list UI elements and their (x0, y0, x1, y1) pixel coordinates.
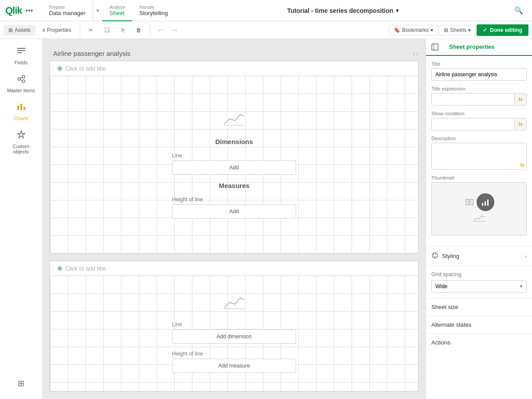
sheet-next-btn[interactable]: › (416, 50, 419, 57)
show-condition-input[interactable] (432, 118, 514, 130)
dimensions-label-2: Line (172, 321, 296, 328)
add-dimension-btn-1[interactable]: Add (172, 160, 296, 175)
assets-icon: ⊞ (8, 27, 13, 33)
delete-button[interactable]: 🗑 (131, 25, 146, 35)
sidebar-item-master-items[interactable]: Master items (2, 70, 41, 97)
qlik-menu-dots[interactable]: ••• (26, 7, 33, 15)
title-expression-label: Title expression (431, 86, 527, 91)
svg-rect-9 (20, 104, 22, 110)
svg-rect-18 (487, 200, 489, 206)
thumbnail-box[interactable] (431, 182, 527, 235)
canvas-area: Airline passenger analysis ‹ › ⊕ Click t… (43, 39, 426, 399)
redo-button[interactable]: ↪ (168, 24, 181, 36)
title-input[interactable] (431, 68, 527, 81)
done-check-icon: ✓ (483, 27, 487, 33)
show-condition-fx-btn[interactable]: fx (514, 119, 526, 129)
assets-button[interactable]: ⊞ Assets (4, 25, 35, 35)
sidebar-bottom: ⊞ (2, 375, 41, 395)
cut-icon: ✂ (89, 27, 93, 33)
panel-icon-tab[interactable] (426, 39, 444, 55)
copy-icon: ⿴ (105, 27, 110, 33)
description-textarea-group: fx (431, 143, 527, 170)
sheets-button[interactable]: ⊞ Sheets ▾ (439, 25, 476, 35)
svg-point-23 (434, 256, 435, 257)
search-button[interactable]: 🔍 (511, 6, 527, 15)
grid-spacing-select[interactable]: Wide Medium Narrow (431, 280, 527, 293)
panel-2-header[interactable]: ⊕ Click to add title (50, 261, 418, 276)
styling-header[interactable]: Styling › (431, 252, 527, 260)
alternate-states-section: Alternate states (426, 316, 532, 333)
tab-narrate[interactable]: Narrate Storytelling (132, 0, 175, 21)
title-expression-input[interactable] (432, 94, 514, 105)
svg-line-6 (20, 77, 22, 78)
thumbnail-line-chart-icon (473, 214, 485, 225)
svg-rect-17 (485, 201, 486, 206)
toolbar: ⊞ Assets ≡ Properties ✂ ⿴ ⎘ 🗑 ↩ ↪ 🔖 Book… (0, 21, 532, 39)
thumbnail-label: Thumbnail (431, 175, 527, 180)
svg-rect-19 (473, 221, 485, 222)
actions-label: Actions (431, 339, 527, 346)
chart-area-2[interactable]: Line Add dimension Height of line Add me… (50, 276, 418, 391)
thumbnail-camera-icon (464, 197, 475, 207)
plus-icon-2: ⊕ (57, 265, 63, 272)
custom-objects-icon (16, 130, 26, 142)
sidebar: Fields Master items (0, 39, 43, 399)
dimensions-group-1: Line Add (172, 153, 296, 175)
svg-rect-12 (223, 309, 245, 309)
add-dimension-btn-2[interactable]: Add dimension (172, 329, 296, 344)
sidebar-item-custom-objects[interactable]: Custom objects (2, 126, 41, 158)
tab-prepare[interactable]: Prepare Data manager (42, 0, 92, 21)
undo-button[interactable]: ↩ (154, 24, 167, 36)
svg-rect-8 (17, 106, 19, 110)
title-expression-fx-btn[interactable]: fx (514, 94, 526, 105)
toolbar-right-group: 🔖 Bookmarks ▾ ⊞ Sheets ▾ ✓ Done editing (389, 24, 528, 36)
separator-1 (80, 25, 80, 35)
bookmarks-button[interactable]: 🔖 Bookmarks ▾ (389, 25, 438, 35)
svg-rect-16 (482, 203, 483, 206)
footer-icon: ⊞ (18, 379, 24, 388)
sidebar-item-fields[interactable]: Fields (2, 43, 41, 69)
description-textarea[interactable] (432, 143, 526, 168)
master-items-icon (16, 74, 26, 86)
paste-button[interactable]: ⎘ (117, 25, 129, 35)
sheet-size-label: Sheet size (431, 304, 527, 310)
show-condition-label: Show condition (431, 111, 527, 116)
sheet-panel-2: ⊕ Click to add title Line Add dimension (50, 261, 419, 391)
copy-button[interactable]: ⿴ (100, 25, 115, 35)
chart-config-2: Line Add dimension Height of line Add me… (163, 286, 305, 382)
tab-analyze[interactable]: Analyze Sheet (102, 0, 133, 21)
top-nav: Qlik ••• Prepare Data manager ▾ Analyze … (0, 0, 532, 21)
title-label: Title (431, 61, 527, 66)
line-chart-icon-1 (223, 111, 245, 131)
sheet-prev-btn[interactable]: ‹ (413, 50, 415, 57)
measures-title: Measures (219, 182, 249, 189)
add-measure-btn-2[interactable]: Add measure (172, 359, 296, 373)
description-fx-btn[interactable]: fx (520, 162, 524, 168)
tab-prepare-arrow[interactable]: ▾ (93, 0, 102, 21)
svg-point-3 (18, 78, 20, 80)
title-expression-field-row: Title expression fx (431, 86, 527, 106)
sidebar-item-charts[interactable]: Charts (2, 98, 41, 125)
thumbnail-field-row: Thumbnail (431, 175, 527, 235)
svg-rect-10 (23, 107, 25, 110)
dimensions-title: Dimensions (215, 138, 253, 145)
add-measure-btn-1[interactable]: Add (172, 204, 296, 219)
sidebar-item-footer[interactable]: ⊞ (2, 375, 41, 392)
panel-1-header[interactable]: ⊕ Click to add title (50, 61, 418, 76)
svg-rect-11 (223, 125, 245, 125)
title-expression-input-group: fx (431, 93, 527, 106)
description-label: Description (431, 136, 527, 141)
chart-area-1[interactable]: Dimensions Line Add Measures Height of l… (50, 76, 418, 253)
cut-button[interactable]: ✂ (84, 25, 98, 35)
properties-icon: ≡ (42, 27, 45, 33)
properties-button[interactable]: ≡ Properties (37, 25, 76, 35)
main-layout: Fields Master items (0, 39, 532, 399)
bookmarks-chevron: ▾ (430, 27, 433, 33)
svg-line-7 (20, 79, 22, 81)
thumbnail-circle-icon (477, 193, 494, 211)
delete-icon: 🗑 (136, 27, 141, 33)
done-editing-button[interactable]: ✓ Done editing (477, 24, 528, 36)
sheet-properties-tab[interactable]: Sheet properties (444, 39, 500, 56)
grid-spacing-select-wrapper: Wide Medium Narrow (431, 280, 527, 293)
app-title-chevron[interactable]: ▾ (396, 8, 399, 14)
